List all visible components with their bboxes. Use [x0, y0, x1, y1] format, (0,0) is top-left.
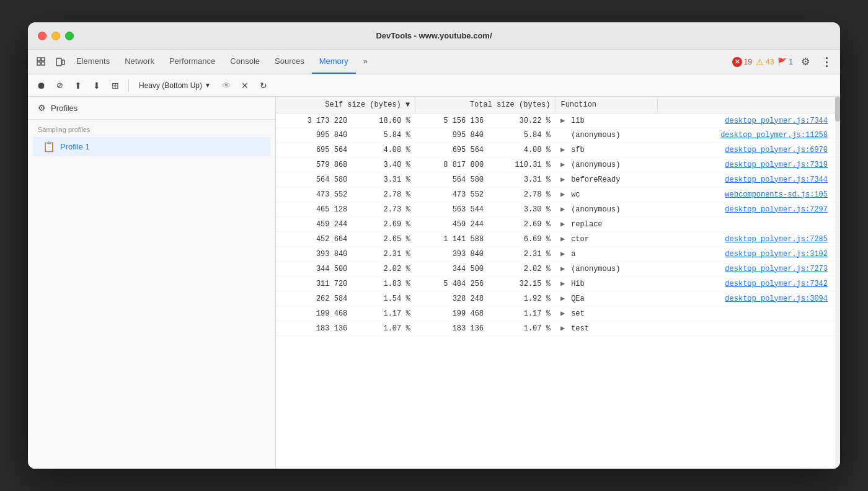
total-size-cell: 344 500: [415, 262, 489, 276]
expand-icon[interactable]: ▶: [560, 205, 567, 214]
minimize-button[interactable]: [51, 32, 60, 40]
total-pct-cell: 6.69 %: [489, 232, 556, 247]
tab-elements[interactable]: Elements: [69, 50, 117, 74]
table-row: 695 564 4.08 % 695 564 4.08 % ▶ sfb desk…: [276, 143, 840, 157]
expand-icon[interactable]: ▶: [560, 116, 567, 125]
expand-icon[interactable]: ▶: [560, 145, 567, 154]
total-size-cell: 393 840: [415, 247, 489, 262]
expand-icon[interactable]: ▶: [560, 309, 567, 318]
dropdown-arrow-icon: ▼: [205, 82, 211, 89]
col-total-size[interactable]: Total size (bytes): [415, 97, 556, 113]
source-link[interactable]: desktop_polymer.js:3102: [725, 250, 828, 259]
tab-performance[interactable]: Performance: [162, 50, 223, 74]
source-link[interactable]: desktop_polymer.js:7344: [725, 117, 828, 125]
sampling-profiles-label: Sampling profiles: [28, 120, 275, 137]
profile-1-item[interactable]: 📋 Profile 1: [33, 137, 270, 156]
cpu-profile-btn[interactable]: ⊞: [107, 77, 123, 94]
total-pct-cell: 2.02 %: [489, 262, 556, 276]
view-dropdown-label: Heavy (Bottom Up): [139, 81, 202, 90]
inspector-icon-btn[interactable]: [33, 53, 50, 71]
self-size-cell: 459 244: [276, 217, 352, 232]
source-link[interactable]: desktop_polymer.js:7285: [725, 235, 828, 244]
link-cell: [658, 321, 840, 336]
self-pct-cell: 4.08 %: [352, 143, 415, 157]
total-pct-cell: 5.84 %: [489, 128, 556, 143]
scrollbar-track[interactable]: [835, 97, 840, 469]
clear-btn[interactable]: ⊘: [51, 77, 68, 94]
link-cell: desktop_polymer.js:7344: [658, 172, 840, 187]
link-cell: desktop_polymer.js:6970: [658, 143, 840, 157]
self-size-cell: 452 664: [276, 232, 352, 247]
table-row: 579 868 3.40 % 8 817 800 110.31 % ▶ (ano…: [276, 157, 840, 172]
x-btn[interactable]: ✕: [237, 77, 253, 94]
expand-icon[interactable]: ▶: [560, 294, 567, 303]
svg-rect-4: [56, 58, 61, 66]
link-cell: desktop_polymer.js:7344: [658, 113, 840, 128]
filter-icon: ⚙: [38, 103, 46, 113]
expand-icon[interactable]: ▶: [560, 324, 567, 333]
source-link[interactable]: webcomponents-sd.js:105: [725, 190, 828, 199]
more-options-btn[interactable]: ⋮: [818, 53, 835, 71]
traffic-lights: [38, 32, 74, 40]
table-row: 262 584 1.54 % 328 248 1.92 % ▶ QEa desk…: [276, 291, 840, 306]
table-scroll-area[interactable]: Self size (bytes) ▼ Total size (bytes) F…: [276, 97, 840, 469]
total-size-cell: 8 817 800: [415, 157, 489, 172]
link-cell: webcomponents-sd.js:105: [658, 187, 840, 202]
func-cell: ▶ test: [556, 321, 658, 336]
source-link[interactable]: desktop_polymer.js:7342: [725, 280, 828, 288]
link-cell: desktop_polymer.js:3094: [658, 291, 840, 306]
expand-icon[interactable]: ▶: [560, 175, 567, 184]
total-size-cell: 328 248: [415, 291, 489, 306]
source-link[interactable]: desktop_polymer.js:11258: [720, 131, 828, 139]
total-pct-cell: 2.31 %: [489, 247, 556, 262]
tab-console[interactable]: Console: [223, 50, 267, 74]
self-size-cell: 262 584: [276, 291, 352, 306]
scrollbar-thumb[interactable]: [835, 97, 840, 122]
warning-badge[interactable]: ⚠ 43: [756, 57, 774, 67]
col-self-size[interactable]: Self size (bytes) ▼: [276, 97, 415, 113]
source-link[interactable]: desktop_polymer.js:7273: [725, 265, 828, 273]
settings-btn[interactable]: ⚙: [797, 53, 814, 71]
table-row: 183 136 1.07 % 183 136 1.07 % ▶ test: [276, 321, 840, 336]
error-badge[interactable]: ✕ 19: [732, 57, 752, 67]
source-link[interactable]: desktop_polymer.js:7297: [725, 205, 828, 214]
refresh-btn[interactable]: ↻: [255, 77, 272, 94]
table-row: 473 552 2.78 % 473 552 2.78 % ▶ wc webco…: [276, 187, 840, 202]
self-pct-cell: 1.07 %: [352, 321, 415, 336]
expand-icon[interactable]: ▶: [560, 219, 567, 229]
source-link[interactable]: desktop_polymer.js:7319: [725, 161, 828, 169]
source-link[interactable]: desktop_polymer.js:6970: [725, 146, 828, 154]
source-link[interactable]: desktop_polymer.js:3094: [725, 294, 828, 303]
eye-btn[interactable]: 👁: [218, 77, 234, 94]
self-size-cell: 465 128: [276, 202, 352, 217]
record-btn[interactable]: ⏺: [33, 77, 49, 94]
link-cell: desktop_polymer.js:11258: [658, 128, 840, 143]
self-size-cell: 199 468: [276, 306, 352, 321]
expand-icon[interactable]: ▶: [560, 249, 567, 259]
func-cell: ▶ ctor: [556, 232, 658, 247]
expand-icon[interactable]: ▶: [560, 190, 567, 199]
error-icon: ✕: [732, 57, 742, 67]
download-btn[interactable]: ⬇: [89, 77, 105, 94]
upload-btn[interactable]: ⬆: [70, 77, 86, 94]
close-button[interactable]: [38, 32, 46, 40]
total-size-cell: 695 564: [415, 143, 489, 157]
devtools-main: ⚙ Profiles Sampling profiles 📋 Profile 1…: [28, 97, 840, 469]
device-toolbar-btn[interactable]: [51, 53, 69, 71]
source-link[interactable]: desktop_polymer.js:7344: [725, 175, 828, 184]
view-dropdown[interactable]: Heavy (Bottom Up) ▼: [134, 79, 216, 92]
total-pct-cell: 2.78 %: [489, 187, 556, 202]
expand-icon[interactable]: ▶: [560, 234, 567, 244]
expand-icon[interactable]: ▶: [560, 160, 567, 169]
tab-sources[interactable]: Sources: [267, 50, 312, 74]
table-header-row: Self size (bytes) ▼ Total size (bytes) F…: [276, 97, 840, 113]
maximize-button[interactable]: [65, 32, 74, 40]
tab-network[interactable]: Network: [117, 50, 162, 74]
col-function[interactable]: Function: [556, 97, 658, 113]
titlebar: DevTools - www.youtube.com/: [28, 22, 840, 50]
info-badge[interactable]: 🚩 1: [777, 58, 793, 66]
tab-more[interactable]: »: [356, 50, 375, 74]
tab-memory[interactable]: Memory: [312, 50, 356, 74]
expand-icon[interactable]: ▶: [560, 279, 567, 288]
expand-icon[interactable]: ▶: [560, 264, 567, 273]
